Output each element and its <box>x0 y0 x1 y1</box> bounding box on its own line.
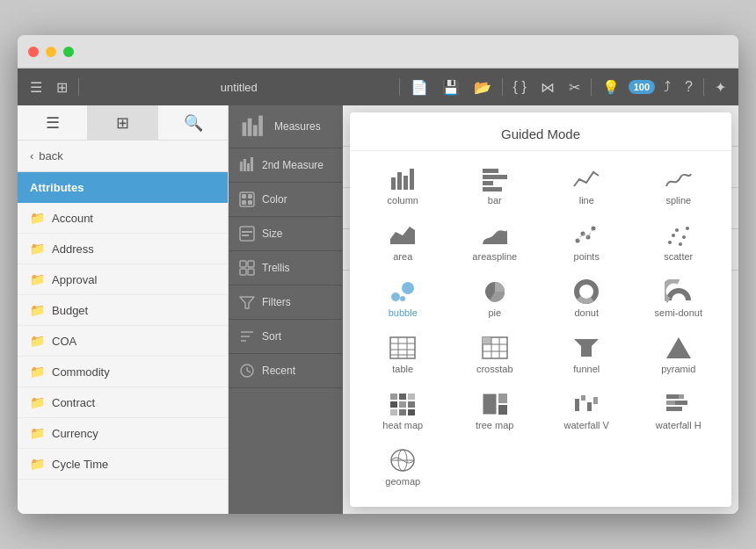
chart-type-semi-donut[interactable]: semi-donut <box>633 271 725 327</box>
svg-rect-74 <box>399 409 406 415</box>
svg-rect-75 <box>408 409 415 415</box>
sidebar-item-address[interactable]: 📁 Address <box>18 234 228 264</box>
chart-type-line[interactable]: line <box>541 158 633 214</box>
chart-type-crosstab[interactable]: crosstab <box>449 327 542 383</box>
measures-section[interactable]: Measures <box>229 105 343 148</box>
maximize-button[interactable] <box>63 47 74 57</box>
table-icon <box>389 336 417 360</box>
sort-section[interactable]: Sort <box>229 320 343 354</box>
svg-line-27 <box>247 371 251 372</box>
svg-rect-2 <box>253 125 258 135</box>
sidebar-item-account[interactable]: 📁 Account <box>18 203 228 234</box>
svg-rect-14 <box>240 227 254 241</box>
menu-button[interactable]: ☰ <box>25 74 47 100</box>
size-section[interactable]: Size <box>229 217 343 251</box>
sort-icon <box>239 329 255 344</box>
folder-icon: 📁 <box>30 303 45 317</box>
svg-point-44 <box>672 234 675 237</box>
column-icon <box>389 167 417 191</box>
merge-button[interactable]: ⋈ <box>535 74 560 100</box>
svg-rect-15 <box>242 231 252 233</box>
svg-rect-82 <box>581 395 585 401</box>
chart-type-geomap[interactable]: geomap <box>357 439 449 495</box>
chart-type-heatmap[interactable]: heat map <box>357 383 449 439</box>
chart-type-treemap[interactable]: tree map <box>449 383 542 439</box>
sidebar-item-label: COA <box>52 335 76 348</box>
svg-rect-81 <box>575 399 579 411</box>
chart-type-bar[interactable]: bar <box>449 158 542 214</box>
chart-type-table[interactable]: table <box>357 327 449 383</box>
back-button[interactable]: ‹ back <box>18 141 228 172</box>
export-button[interactable]: ⤴ <box>658 74 676 100</box>
sidebar-item-coa[interactable]: 📁 COA <box>18 326 228 357</box>
chart-type-donut[interactable]: donut <box>541 271 633 327</box>
chart-type-spline[interactable]: spline <box>633 158 725 214</box>
geomap-label: geomap <box>385 476 420 487</box>
chart-type-funnel[interactable]: funnel <box>541 327 633 383</box>
svg-rect-5 <box>244 159 246 171</box>
sidebar-item-cycle-time[interactable]: 📁 Cycle Time <box>18 449 228 480</box>
svg-rect-10 <box>242 194 246 199</box>
sidebar-item-budget[interactable]: 📁 Budget <box>18 295 228 326</box>
svg-rect-86 <box>679 394 684 399</box>
minimize-button[interactable] <box>46 47 56 57</box>
svg-rect-89 <box>666 407 682 411</box>
filters-section[interactable]: Filters <box>229 285 343 320</box>
svg-rect-84 <box>593 397 598 404</box>
svg-rect-33 <box>483 175 507 179</box>
recent-icon <box>239 363 255 379</box>
close-button[interactable] <box>28 47 39 57</box>
scissors-button[interactable]: ✂ <box>563 74 585 100</box>
sidebar-item-contract[interactable]: 📁 Contract <box>18 387 228 418</box>
sidebar-item-commodity[interactable]: 📁 Commodity <box>18 357 228 387</box>
help-button[interactable]: ? <box>680 74 698 100</box>
color-section[interactable]: Color <box>229 183 343 217</box>
hint-button[interactable]: 💡 <box>597 74 625 100</box>
code-button[interactable]: { } <box>508 74 532 100</box>
chart-type-waterfall-h[interactable]: waterfall H <box>633 383 725 439</box>
sidebar-grid-button[interactable]: ⊞ <box>88 105 158 141</box>
crosstab-icon <box>481 336 509 360</box>
2nd-measure-icon <box>239 157 255 173</box>
chart-type-area[interactable]: area <box>357 214 449 271</box>
back-chevron-icon: ‹ <box>30 149 33 163</box>
sidebar-search-button[interactable]: 🔍 <box>158 105 228 141</box>
color-icon <box>239 191 255 207</box>
svg-marker-65 <box>574 339 599 357</box>
waterfallh-icon <box>665 392 693 416</box>
sidebar-top-bar: ☰ ⊞ 🔍 <box>18 105 228 141</box>
chart-type-column[interactable]: column <box>357 158 449 214</box>
chart-type-pie[interactable]: pie <box>449 271 542 327</box>
sidebar-menu-button[interactable]: ☰ <box>18 105 88 141</box>
attributes-header[interactable]: Attributes <box>18 172 228 203</box>
2nd-measure-section[interactable]: 2nd Measure <box>229 148 343 183</box>
chart-type-pyramid[interactable]: pyramid <box>633 327 725 383</box>
chart-type-points[interactable]: points <box>541 214 633 271</box>
chart-type-bubble[interactable]: bubble <box>357 271 449 327</box>
2nd-measure-label: 2nd Measure <box>262 159 323 171</box>
file-save-button[interactable]: 💾 <box>437 74 465 100</box>
svg-rect-4 <box>240 162 243 171</box>
size-label: Size <box>262 228 282 240</box>
svg-point-41 <box>668 241 672 244</box>
spline-label: spline <box>665 195 691 206</box>
sort-label: Sort <box>262 330 281 343</box>
chart-type-scatter[interactable]: scatter <box>633 214 725 271</box>
trellis-section[interactable]: Trellis <box>229 251 343 285</box>
area-label: area <box>393 251 412 262</box>
sidebar-item-label: Account <box>52 212 93 225</box>
sidebar-item-currency[interactable]: 📁 Currency <box>18 418 228 449</box>
cursor-button[interactable]: ✦ <box>709 74 731 100</box>
svg-point-40 <box>592 227 596 231</box>
file-new-button[interactable]: 📄 <box>405 74 433 100</box>
toolbar-separator-1 <box>78 78 79 96</box>
heatmap-label: heat map <box>382 420 423 430</box>
middle-panel: Measures 2nd Measure <box>229 105 343 514</box>
sidebar: ☰ ⊞ 🔍 ‹ back Attributes 📁 Account � <box>18 105 229 514</box>
grid-button[interactable]: ⊞ <box>51 74 73 100</box>
chart-type-waterfall-v[interactable]: waterfall V <box>541 383 633 439</box>
sidebar-item-approval[interactable]: 📁 Approval <box>18 264 228 295</box>
recent-section[interactable]: Recent <box>229 354 343 388</box>
file-open-button[interactable]: 📂 <box>469 74 497 100</box>
chart-type-areaspline[interactable]: areaspline <box>449 214 542 271</box>
